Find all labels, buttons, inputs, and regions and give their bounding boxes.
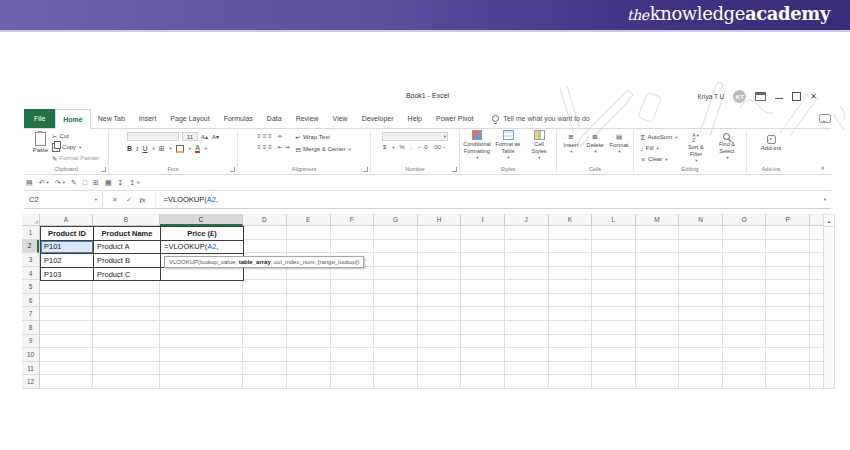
copy-button[interactable]: Copy▾ — [52, 143, 81, 152]
percent-style-icon[interactable]: % — [400, 144, 405, 150]
ribbon-display-options-icon[interactable] — [755, 92, 766, 101]
undo-icon[interactable]: ↶ — [39, 179, 45, 187]
row-header-7[interactable]: 7 — [22, 307, 39, 321]
column-header-l[interactable]: L — [592, 214, 636, 226]
decrease-decimal-icon[interactable]: .00→ — [433, 144, 447, 150]
row-header-10[interactable]: 10 — [22, 348, 39, 362]
font-color-button[interactable]: A — [195, 144, 200, 153]
underline-button[interactable]: U — [142, 145, 147, 152]
cell-styles-button[interactable]: Cell Styles ▾ — [524, 130, 554, 161]
row-header-12[interactable]: 12 — [22, 375, 39, 389]
italic-button[interactable]: I — [136, 145, 138, 153]
fill-color-icon[interactable] — [176, 145, 184, 153]
tab-file[interactable]: File — [24, 109, 55, 128]
collapse-ribbon-icon[interactable]: ∧ — [821, 164, 825, 171]
delete-cells-button[interactable]: ⊠Delete▾ — [584, 133, 607, 154]
column-header-j[interactable]: J — [505, 214, 549, 226]
row-header-3[interactable]: 3 — [22, 253, 39, 267]
sort-ascending-icon[interactable]: ↥ — [129, 179, 135, 187]
accounting-format-icon[interactable]: $ — [383, 144, 386, 150]
tab-data[interactable]: Data — [260, 109, 289, 128]
redo-icon[interactable]: ↷ — [55, 179, 61, 187]
sort-filter-button[interactable]: A▼Z Sort & Filter ▾ — [683, 133, 708, 164]
tab-new-tab[interactable]: New Tab — [91, 109, 132, 128]
bold-button[interactable]: B — [127, 145, 132, 152]
column-header-d[interactable]: D — [243, 214, 287, 226]
cell-a1[interactable]: Product ID — [41, 227, 94, 241]
row-header-6[interactable]: 6 — [22, 294, 39, 308]
tab-review[interactable]: Review — [289, 109, 326, 128]
column-header-f[interactable]: F — [331, 214, 375, 226]
wrap-text-button[interactable]: ↵Wrap Text — [296, 133, 351, 142]
borders-icon[interactable]: ⊞ — [159, 145, 165, 153]
select-all-corner[interactable]: ◢ — [22, 214, 40, 226]
grow-font-icon[interactable]: A▴ — [201, 133, 208, 140]
merge-center-button[interactable]: ⊟Merge & Center▾ — [296, 145, 351, 154]
format-painter-qat-icon[interactable]: ✎ — [71, 179, 77, 187]
fill-color-qat-icon[interactable]: ▦ — [105, 179, 112, 187]
format-as-table-button[interactable]: Format as Table ▾ — [493, 130, 523, 161]
tab-formulas[interactable]: Formulas — [217, 109, 260, 128]
scroll-up-icon[interactable]: ▴ — [824, 215, 834, 227]
tab-power-pivot[interactable]: Power Pivot — [429, 109, 480, 128]
tab-page-layout[interactable]: Page Layout — [163, 109, 216, 128]
cell-c1[interactable]: Price (£) — [161, 227, 244, 241]
tab-developer[interactable]: Developer — [355, 109, 401, 128]
comma-style-icon[interactable]: , — [410, 144, 412, 150]
find-select-button[interactable]: Find & Select ▾ — [714, 133, 739, 161]
column-header-b[interactable]: B — [93, 214, 160, 226]
cell-a3[interactable]: P102 — [41, 254, 94, 268]
format-painter-button[interactable]: ✎Format Painter — [52, 154, 99, 163]
new-document-icon[interactable]: □ — [83, 179, 87, 186]
column-header-a[interactable]: A — [40, 214, 93, 226]
sort-descending-icon[interactable]: ↧ — [118, 179, 124, 187]
addins-button[interactable]: Add-ins — [760, 135, 783, 151]
column-header-o[interactable]: O — [723, 214, 767, 226]
font-size-select[interactable]: 11 — [182, 132, 198, 141]
cell-b1[interactable]: Product Name — [94, 227, 161, 241]
insert-cells-button[interactable]: ⊞Insert▾ — [560, 133, 583, 154]
dialog-launcher-icon[interactable] — [101, 167, 106, 172]
dialog-launcher-icon[interactable] — [230, 167, 235, 172]
row-header-9[interactable]: 9 — [22, 335, 39, 349]
enter-entry-icon[interactable]: ✓ — [126, 196, 132, 204]
insert-function-icon[interactable]: fx — [140, 196, 146, 204]
cancel-entry-icon[interactable]: ✕ — [112, 196, 118, 204]
close-button[interactable]: ✕ — [810, 93, 817, 101]
row-header-5[interactable]: 5 — [22, 280, 39, 294]
column-header-n[interactable]: N — [679, 214, 723, 226]
increase-decimal-icon[interactable]: ←.0 — [417, 144, 428, 150]
cell-b3[interactable]: Product B — [94, 254, 161, 268]
qat-customize-icon[interactable]: ▾ — [137, 180, 139, 185]
row-header-2[interactable]: 2 — [22, 240, 39, 254]
column-header-k[interactable]: K — [549, 214, 593, 226]
formula-input[interactable]: =VLOOKUP(A2, — [156, 191, 218, 208]
cell-a4[interactable]: P103 — [41, 268, 94, 282]
minimize-button[interactable] — [775, 98, 783, 99]
column-header-e[interactable]: E — [287, 214, 331, 226]
shrink-font-icon[interactable]: A▾ — [212, 133, 219, 140]
dialog-launcher-icon[interactable] — [452, 167, 457, 172]
tell-me-box[interactable]: Tell me what you want to do — [492, 109, 589, 128]
column-header-g[interactable]: G — [374, 214, 418, 226]
vertical-align-icons[interactable]: ≡≡≡ ⌯ — [257, 133, 284, 140]
name-box[interactable]: C2 — [24, 191, 89, 208]
restore-button[interactable] — [792, 92, 801, 101]
column-header-i[interactable]: I — [461, 214, 505, 226]
dialog-launcher-icon[interactable] — [363, 167, 368, 172]
number-format-select[interactable]: ▾ — [382, 132, 448, 141]
cell-c4[interactable] — [161, 268, 244, 282]
cell-a2[interactable]: P101 — [41, 241, 94, 255]
vertical-scrollbar[interactable]: ▴ — [823, 214, 835, 389]
row-header-11[interactable]: 11 — [22, 362, 39, 376]
autosum-button[interactable]: ΣAutoSum▾ — [641, 133, 678, 142]
table-icon[interactable]: ⊞ — [93, 179, 99, 187]
format-cells-button[interactable]: ▤Format▾ — [608, 133, 631, 154]
name-box-dropdown-icon[interactable]: ▾ — [95, 197, 97, 202]
tab-home[interactable]: Home — [55, 109, 90, 129]
column-header-p[interactable]: P — [766, 214, 810, 226]
cut-button[interactable]: ✂Cut — [52, 132, 69, 141]
row-header-4[interactable]: 4 — [22, 267, 39, 281]
cell-c2-formula[interactable]: =VLOOKUP(A2, — [161, 241, 244, 255]
column-header-c[interactable]: C — [160, 214, 243, 226]
